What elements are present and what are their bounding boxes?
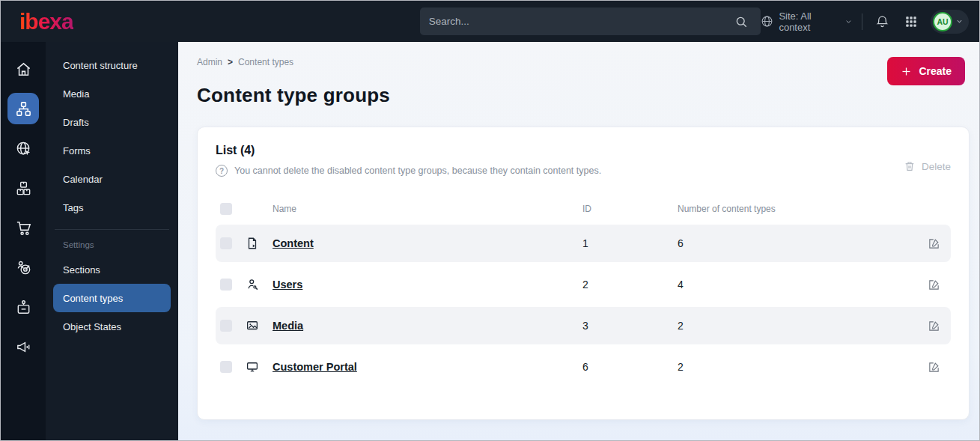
group-count: 6 bbox=[678, 237, 921, 249]
sidebar-item-label: Media bbox=[63, 88, 89, 100]
menu-divider bbox=[55, 229, 169, 230]
column-header-id: ID bbox=[582, 204, 678, 214]
breadcrumb-separator: > bbox=[228, 57, 233, 67]
row-checkbox[interactable] bbox=[220, 320, 232, 332]
content-type-groups-card: List (4) ? You cannot delete the disable… bbox=[197, 127, 970, 420]
row-checkbox[interactable] bbox=[220, 237, 232, 249]
globe-icon bbox=[761, 15, 773, 28]
trash-icon bbox=[904, 160, 916, 172]
sidebar-item-label: Content structure bbox=[63, 60, 138, 71]
help-icon: ? bbox=[216, 165, 228, 177]
app-window: ibexa Site: All context bbox=[0, 0, 980, 441]
row-checkbox[interactable] bbox=[220, 361, 232, 373]
main-content: Admin > Content types Create Content typ… bbox=[178, 42, 979, 440]
group-id: 3 bbox=[582, 320, 678, 332]
personalization-icon[interactable] bbox=[7, 252, 39, 283]
site-globe-icon[interactable] bbox=[7, 133, 39, 164]
topbar-right-cluster: Site: All context AU bbox=[761, 10, 979, 34]
logo-container: ibexa bbox=[1, 9, 171, 34]
home-icon[interactable] bbox=[7, 53, 39, 85]
sidebar-menu: Content structure Media Drafts Forms Cal… bbox=[46, 42, 178, 440]
sidebar-item-tags[interactable]: Tags bbox=[53, 193, 171, 222]
breadcrumb-admin[interactable]: Admin bbox=[197, 57, 222, 67]
sidebar-item-label: Drafts bbox=[63, 117, 89, 128]
table-row: Customer Portal 6 2 bbox=[216, 348, 951, 386]
select-all-checkbox[interactable] bbox=[220, 203, 232, 215]
site-context-selector[interactable]: Site: All context bbox=[761, 10, 852, 33]
content-tree-icon[interactable] bbox=[7, 93, 39, 124]
list-header: List (4) ? You cannot delete the disable… bbox=[216, 144, 601, 177]
row-checkbox[interactable] bbox=[220, 279, 232, 291]
sidebar-item-content-structure[interactable]: Content structure bbox=[53, 51, 171, 79]
group-link[interactable]: Users bbox=[273, 279, 302, 291]
edit-icon[interactable] bbox=[921, 279, 946, 291]
sidebar-item-label: Object States bbox=[63, 321, 121, 332]
topbar-divider bbox=[862, 13, 862, 30]
sidebar-item-label: Calendar bbox=[63, 174, 103, 185]
edit-icon[interactable] bbox=[921, 361, 946, 374]
chevron-down-icon bbox=[844, 17, 853, 26]
breadcrumb-content-types: Content types bbox=[238, 57, 293, 67]
edit-icon[interactable] bbox=[921, 237, 946, 250]
notifications-bell-icon[interactable] bbox=[872, 11, 892, 32]
list-title: List (4) bbox=[216, 144, 601, 157]
topbar: ibexa Site: All context bbox=[1, 1, 979, 42]
sidebar-item-sections[interactable]: Sections bbox=[53, 255, 171, 284]
list-note-text: You cannot delete the disabled content t… bbox=[234, 165, 601, 176]
sidebar-item-label: Sections bbox=[63, 264, 100, 276]
sidebar-item-label: Tags bbox=[63, 202, 83, 213]
group-link[interactable]: Content bbox=[273, 237, 314, 249]
sidebar-item-calendar[interactable]: Calendar bbox=[53, 165, 171, 193]
create-button-label: Create bbox=[919, 65, 952, 77]
chevron-down-icon bbox=[955, 17, 964, 25]
plus-icon bbox=[901, 66, 912, 77]
column-header-name: Name bbox=[273, 204, 582, 214]
sidebar-item-object-states[interactable]: Object States bbox=[53, 312, 171, 341]
table-row: Content 1 6 bbox=[216, 225, 951, 262]
user-menu[interactable]: AU bbox=[931, 10, 969, 34]
user-key-icon bbox=[246, 278, 273, 291]
delete-button[interactable]: Delete bbox=[904, 160, 951, 172]
group-id: 2 bbox=[582, 279, 678, 291]
search-input[interactable] bbox=[429, 16, 731, 27]
delete-button-label: Delete bbox=[922, 161, 951, 172]
group-count: 2 bbox=[678, 320, 921, 332]
ibexa-logo[interactable]: ibexa bbox=[19, 9, 73, 34]
column-header-count: Number of content types bbox=[678, 204, 921, 214]
group-link[interactable]: Customer Portal bbox=[273, 361, 357, 373]
group-count: 4 bbox=[678, 279, 921, 291]
breadcrumb: Admin > Content types bbox=[197, 57, 970, 67]
table-row: Users 2 4 bbox=[216, 266, 951, 303]
icon-rail bbox=[1, 42, 46, 440]
megaphone-icon[interactable] bbox=[7, 331, 39, 362]
global-search[interactable] bbox=[420, 7, 761, 35]
group-count: 2 bbox=[678, 361, 921, 373]
image-icon bbox=[246, 319, 273, 332]
group-link[interactable]: Media bbox=[273, 320, 303, 332]
admin-badge-icon[interactable] bbox=[7, 291, 39, 323]
sidebar-item-forms[interactable]: Forms bbox=[53, 136, 171, 165]
list-note: ? You cannot delete the disabled content… bbox=[216, 165, 601, 177]
sidebar-item-drafts[interactable]: Drafts bbox=[53, 108, 171, 136]
table-row: Media 3 2 bbox=[216, 307, 951, 344]
group-id: 1 bbox=[582, 237, 678, 249]
sidebar-item-media[interactable]: Media bbox=[53, 79, 171, 108]
edit-icon[interactable] bbox=[921, 320, 946, 332]
sidebar-item-label: Content types bbox=[63, 293, 123, 304]
search-icon[interactable] bbox=[731, 11, 752, 32]
create-button[interactable]: Create bbox=[887, 57, 965, 85]
cart-icon[interactable] bbox=[7, 212, 39, 243]
products-icon[interactable] bbox=[7, 172, 39, 204]
site-context-label: Site: All context bbox=[779, 10, 839, 33]
sidebar-item-label: Forms bbox=[63, 145, 91, 156]
table-header-row: Name ID Number of content types bbox=[216, 193, 951, 225]
file-icon bbox=[246, 237, 273, 250]
content-type-groups-table: Name ID Number of content types Content … bbox=[216, 193, 951, 386]
app-grid-icon[interactable] bbox=[901, 11, 921, 32]
group-id: 6 bbox=[582, 361, 678, 373]
page-title: Content type groups bbox=[197, 84, 970, 107]
settings-section-label: Settings bbox=[53, 237, 171, 255]
sidebar-item-content-types[interactable]: Content types bbox=[53, 284, 171, 312]
avatar: AU bbox=[933, 12, 952, 31]
monitor-icon bbox=[246, 360, 273, 374]
